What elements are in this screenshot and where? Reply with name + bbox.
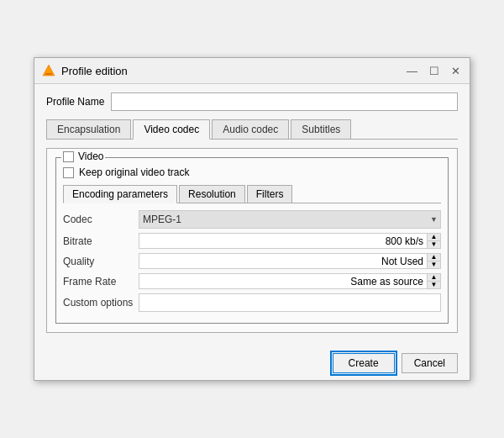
codec-select[interactable]: MPEG-1 (139, 210, 441, 229)
maximize-button[interactable]: ☐ (427, 66, 442, 77)
encoding-params: Codec MPEG-1 ▼ Bitrate (63, 210, 441, 312)
titlebar-controls: — ☐ ✕ (404, 66, 463, 77)
bitrate-input[interactable] (139, 234, 427, 248)
custom-options-label: Custom options (63, 297, 139, 309)
custom-options-row: Custom options (63, 293, 441, 312)
frame-rate-spinners: ▲ ▼ (427, 274, 440, 288)
close-button[interactable]: ✕ (449, 66, 463, 77)
sub-tabs: Encoding parameters Resolution Filters (63, 185, 441, 203)
quality-input[interactable] (139, 254, 427, 268)
quality-row: Quality ▲ ▼ (63, 253, 441, 269)
bitrate-row: Bitrate ▲ ▼ (63, 233, 441, 249)
svg-rect-1 (45, 73, 52, 75)
tab-encapsulation[interactable]: Encapsulation (46, 119, 131, 139)
sub-tab-filters[interactable]: Filters (247, 185, 293, 203)
profile-name-input[interactable] (111, 92, 458, 111)
frame-rate-down-button[interactable]: ▼ (428, 282, 440, 288)
sub-tab-encoding[interactable]: Encoding parameters (63, 185, 177, 203)
video-fieldset: Video Keep original video track Encoding… (55, 157, 449, 324)
create-button[interactable]: Create (333, 353, 395, 373)
titlebar: Profile edition — ☐ ✕ (34, 58, 470, 84)
keep-original-label: Keep original video track (79, 166, 189, 178)
keep-original-row: Keep original video track (63, 166, 441, 178)
dialog-buttons: Create Cancel (34, 345, 470, 380)
vlc-icon (41, 63, 56, 78)
quality-control: ▲ ▼ (139, 253, 441, 269)
codec-select-wrap: MPEG-1 ▼ (139, 210, 441, 229)
frame-rate-label: Frame Rate (63, 276, 139, 288)
video-label: Video (78, 150, 103, 162)
video-codec-panel: Video Keep original video track Encoding… (46, 148, 458, 333)
quality-down-button[interactable]: ▼ (428, 261, 440, 268)
window-title: Profile edition (61, 65, 128, 77)
tab-subtitles[interactable]: Subtitles (291, 119, 351, 139)
cancel-button[interactable]: Cancel (402, 353, 458, 373)
bitrate-down-button[interactable]: ▼ (428, 241, 440, 248)
bitrate-spinners: ▲ ▼ (427, 234, 440, 248)
frame-rate-control: ▲ ▼ (139, 273, 441, 289)
frame-rate-input[interactable] (139, 274, 427, 288)
bitrate-control: ▲ ▼ (139, 233, 441, 249)
quality-spinners: ▲ ▼ (427, 254, 440, 268)
profile-name-label: Profile Name (46, 96, 104, 108)
keep-original-checkbox[interactable] (63, 167, 74, 178)
profile-edition-window: Profile edition — ☐ ✕ Profile Name Encap… (34, 57, 470, 381)
video-legend: Video (61, 150, 105, 162)
codec-row: Codec MPEG-1 ▼ (63, 210, 441, 229)
bitrate-label: Bitrate (63, 235, 139, 247)
frame-rate-row: Frame Rate ▲ ▼ (63, 273, 441, 289)
main-tabs: Encapsulation Video codec Audio codec Su… (46, 119, 458, 140)
tab-audio-codec[interactable]: Audio codec (212, 119, 289, 139)
minimize-button[interactable]: — (404, 66, 420, 77)
video-checkbox[interactable] (63, 151, 74, 162)
tab-video-codec[interactable]: Video codec (133, 119, 210, 140)
custom-options-input[interactable] (139, 293, 441, 312)
profile-name-row: Profile Name (46, 92, 458, 111)
dialog-content: Profile Name Encapsulation Video codec A… (34, 84, 470, 345)
codec-label: Codec (63, 214, 139, 225)
quality-label: Quality (63, 256, 139, 267)
titlebar-left: Profile edition (41, 63, 128, 78)
sub-tab-resolution[interactable]: Resolution (179, 185, 245, 203)
